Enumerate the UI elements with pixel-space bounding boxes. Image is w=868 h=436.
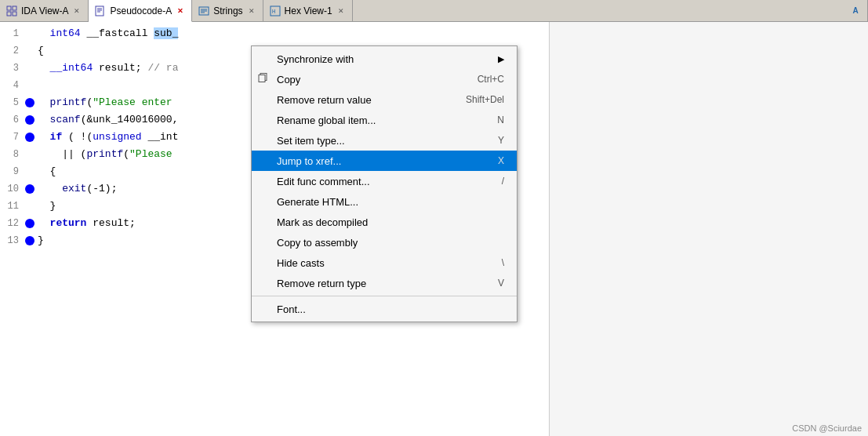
menu-item-set-item-type[interactable]: Set item type... Y	[252, 130, 517, 151]
code-text-11: }	[38, 198, 56, 215]
tab-bar: IDA View-A ✕ Pseudocode-A ✕ Strings ✕	[0, 0, 868, 22]
hex-icon: H	[270, 5, 281, 16]
menu-rrt-shortcut: V	[498, 278, 504, 289]
menu-sync-arrow: ▶	[498, 54, 504, 64]
menu-item-mark-decompiled[interactable]: Mark as decompiled	[252, 212, 517, 232]
code-line-1: 1 int64 __fastcall sub_	[0, 25, 549, 42]
code-text-5: printf("Please enter	[38, 94, 173, 111]
tab-hex-label: Hex View-1	[285, 5, 332, 16]
line-num-1: 1	[0, 25, 25, 42]
menu-jx-label: Jump to xref...	[277, 155, 482, 167]
line-num-6: 6	[0, 111, 25, 129]
code-panel: 1 int64 __fastcall sub_ 2 { 3 __int64 re…	[0, 22, 549, 436]
tab-strings-close[interactable]: ✕	[247, 6, 256, 16]
line-num-5: 5	[0, 94, 25, 111]
ida-icon	[6, 5, 17, 16]
tab-pseudocode-a[interactable]: Pseudocode-A ✕	[89, 0, 192, 22]
tab-hex-view-1[interactable]: H Hex View-1 ✕	[263, 0, 353, 21]
bp-6	[25, 115, 35, 125]
menu-rg-label: Rename global item...	[277, 114, 481, 126]
menu-md-label: Mark as decompiled	[277, 216, 504, 228]
menu-hc-label: Hide casts	[277, 257, 486, 269]
line-num-8: 8	[0, 146, 25, 163]
line-num-3: 3	[0, 60, 25, 77]
bp-2	[25, 46, 35, 56]
bp-5	[25, 98, 35, 107]
bp-12	[25, 219, 35, 228]
menu-separator	[252, 296, 517, 296]
main-area: 1 int64 __fastcall sub_ 2 { 3 __int64 re…	[0, 22, 868, 436]
menu-item-hide-casts[interactable]: Hide casts \	[252, 253, 517, 273]
line-num-12: 12	[0, 215, 25, 232]
right-panel	[549, 22, 868, 436]
menu-rrv-shortcut: Shift+Del	[466, 94, 504, 105]
tab-hex-close[interactable]: ✕	[336, 6, 346, 16]
context-menu: Synchronize with ▶ Copy Ctrl+C Remove re…	[251, 45, 518, 322]
menu-jx-shortcut: X	[498, 155, 504, 166]
a-icon: A	[850, 5, 861, 16]
code-text-1: int64 __fastcall sub_	[38, 25, 178, 42]
code-text-7: if ( !(unsigned __int	[38, 129, 178, 146]
line-num-7: 7	[0, 129, 25, 146]
line-num-4: 4	[0, 77, 25, 94]
tab-ida-label: IDA View-A	[21, 5, 68, 16]
code-text-12: return result;	[38, 215, 136, 232]
menu-rrv-label: Remove return value	[277, 94, 450, 106]
menu-sync-label: Synchronize with	[277, 53, 490, 65]
menu-item-rename-global[interactable]: Rename global item... N	[252, 110, 517, 130]
menu-gh-label: Generate HTML...	[277, 196, 488, 208]
code-text-8: || (printf("Please	[38, 146, 173, 163]
menu-item-edit-func[interactable]: Edit func comment... /	[252, 171, 517, 191]
menu-copy-label: Copy	[277, 74, 462, 85]
menu-item-sync[interactable]: Synchronize with ▶	[252, 49, 517, 69]
code-text-3: __int64 result; // ra	[38, 60, 178, 77]
svg-rect-1	[13, 6, 16, 10]
pseudocode-icon	[95, 5, 106, 16]
line-num-13: 13	[0, 232, 25, 249]
svg-rect-3	[13, 12, 16, 16]
menu-ef-label: Edit func comment...	[277, 176, 486, 187]
tab-pseudocode-close[interactable]: ✕	[176, 6, 185, 16]
watermark: CSDN @Sciurdae	[792, 423, 862, 433]
code-text-10: exit(-1);	[38, 180, 117, 198]
code-text-13: }	[38, 232, 44, 249]
bp-11	[25, 202, 35, 211]
menu-item-copy[interactable]: Copy Ctrl+C	[252, 69, 517, 89]
line-num-9: 9	[0, 163, 25, 180]
menu-item-copy-assembly[interactable]: Copy to assembly	[252, 232, 517, 253]
tab-ida-close[interactable]: ✕	[72, 6, 82, 16]
menu-font-label: Font...	[277, 303, 504, 315]
menu-item-font[interactable]: Font...	[252, 299, 517, 319]
tab-strings-label: Strings	[213, 5, 242, 16]
menu-rrt-label: Remove return type	[277, 278, 482, 289]
tab-extra[interactable]: A	[844, 0, 868, 21]
menu-item-remove-return-value[interactable]: Remove return value Shift+Del	[252, 89, 517, 110]
code-text-2: {	[38, 42, 44, 60]
line-num-2: 2	[0, 42, 25, 60]
menu-item-remove-return-type[interactable]: Remove return type V	[252, 273, 517, 293]
menu-item-jump-xref[interactable]: Jump to xref... X	[252, 151, 517, 171]
menu-hc-shortcut: \	[502, 257, 504, 268]
copy-icon	[258, 73, 269, 86]
bp-10	[25, 184, 35, 194]
bp-1	[25, 29, 35, 38]
menu-copy-shortcut: Ctrl+C	[478, 74, 504, 85]
tab-ida-view-a[interactable]: IDA View-A ✕	[0, 0, 89, 21]
bp-9	[25, 167, 35, 176]
tab-strings[interactable]: Strings ✕	[192, 0, 263, 21]
svg-text:H: H	[272, 9, 275, 15]
bp-4	[25, 81, 35, 90]
code-text-9: {	[38, 163, 56, 180]
menu-rg-shortcut: N	[497, 114, 504, 125]
menu-sit-shortcut: Y	[498, 135, 504, 146]
bp-7	[25, 133, 35, 142]
tab-pseudocode-label: Pseudocode-A	[110, 5, 172, 16]
line-num-10: 10	[0, 180, 25, 198]
svg-rect-15	[259, 75, 265, 82]
code-text-6: scanf(&unk_140016000,	[38, 111, 178, 129]
menu-item-gen-html[interactable]: Generate HTML...	[252, 191, 517, 212]
menu-ef-shortcut: /	[502, 176, 504, 187]
menu-ca-label: Copy to assembly	[277, 237, 504, 249]
svg-rect-0	[7, 6, 11, 10]
svg-rect-2	[7, 12, 11, 16]
